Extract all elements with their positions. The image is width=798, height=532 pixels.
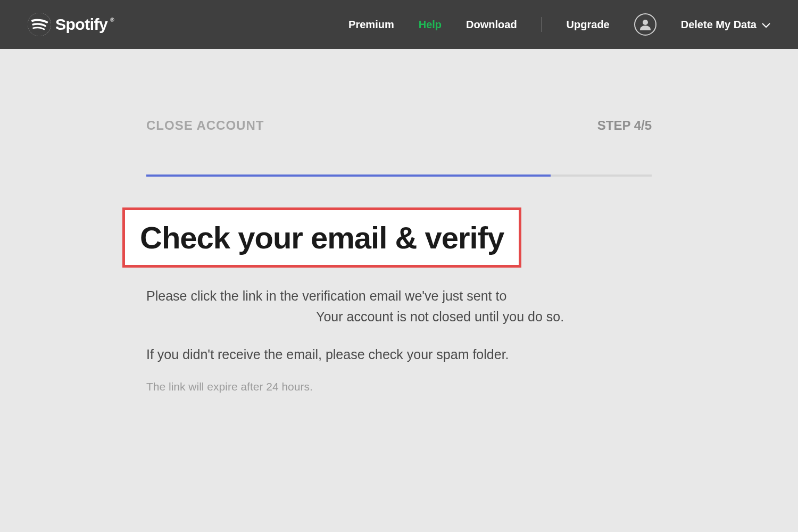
spam-instruction: If you didn't receive the email, please … (146, 344, 652, 365)
chevron-down-icon (762, 19, 770, 31)
verify-instruction-line1: Please click the link in the verificatio… (146, 288, 506, 303)
spotify-logo[interactable]: Spotify (28, 13, 107, 36)
user-icon (639, 18, 652, 31)
step-header: CLOSE ACCOUNT STEP 4/5 (146, 118, 652, 133)
profile-menu[interactable]: Delete My Data (681, 19, 770, 31)
main-content: CLOSE ACCOUNT STEP 4/5 Check your email … (125, 49, 673, 393)
expiry-note: The link will expire after 24 hours. (146, 380, 652, 393)
heading-highlight: Check your email & verify (122, 207, 521, 268)
verify-instruction-line2: Your account is not closed until you do … (316, 309, 564, 324)
progress-fill (146, 174, 551, 177)
svg-point-1 (643, 20, 648, 25)
breadcrumb: CLOSE ACCOUNT (146, 118, 264, 133)
spotify-icon (28, 13, 51, 36)
progress-bar (146, 174, 652, 177)
body-text: Please click the link in the verificatio… (146, 286, 652, 364)
avatar[interactable] (634, 13, 656, 36)
primary-nav: Premium Help Download Upgrade Delete My … (348, 13, 770, 36)
nav-premium[interactable]: Premium (348, 19, 394, 31)
top-nav-bar: Spotify Premium Help Download Upgrade De… (0, 0, 798, 49)
brand-name: Spotify (55, 15, 107, 34)
page-title: Check your email & verify (140, 220, 504, 255)
step-indicator: STEP 4/5 (597, 118, 652, 133)
nav-help[interactable]: Help (419, 19, 442, 31)
verify-instruction: Please click the link in the verificatio… (146, 286, 652, 327)
nav-download[interactable]: Download (466, 19, 517, 31)
nav-divider (542, 17, 542, 32)
profile-label: Delete My Data (681, 19, 757, 31)
nav-upgrade[interactable]: Upgrade (567, 19, 610, 31)
